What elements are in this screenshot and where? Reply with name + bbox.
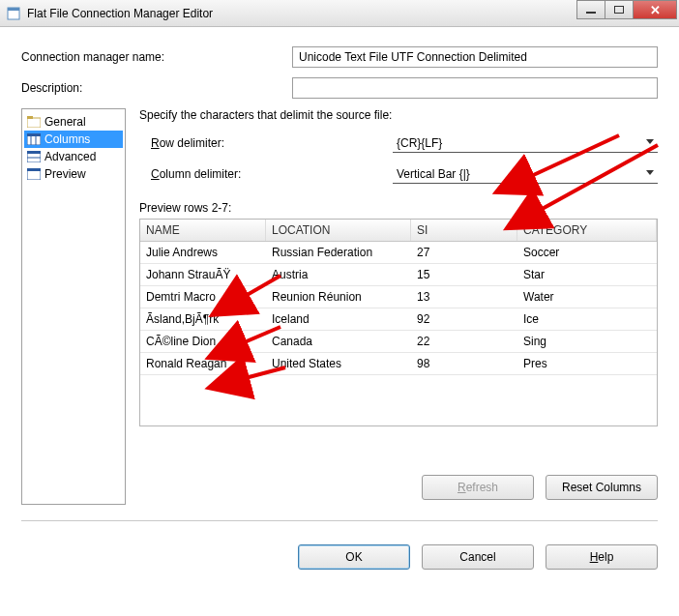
table-body: Julie AndrewsRussian Federation27SoccerJ… <box>140 242 657 375</box>
row-delimiter-select[interactable]: {CR}{LF} <box>393 133 658 153</box>
table-cell: Julie Andrews <box>140 242 266 263</box>
advanced-icon <box>26 150 42 163</box>
table-cell: Iceland <box>266 308 411 330</box>
cancel-button[interactable]: Cancel <box>422 544 534 570</box>
ok-button[interactable]: OK <box>298 544 410 570</box>
svg-rect-7 <box>27 133 41 136</box>
table-cell: Reunion Réunion <box>266 286 411 308</box>
description-label: Description: <box>21 81 292 95</box>
tree-item-label: Advanced <box>44 150 96 163</box>
table-row[interactable]: Demtri MacroReunion Réunion13Water <box>140 286 657 308</box>
columns-icon <box>26 132 42 146</box>
tree-item-label: Columns <box>44 132 90 146</box>
page-icon <box>26 115 42 129</box>
chevron-down-icon <box>646 139 654 144</box>
table-cell: Pres <box>517 353 657 374</box>
svg-rect-3 <box>27 116 33 119</box>
table-cell: Sing <box>517 331 657 352</box>
preview-icon <box>26 167 42 181</box>
tree-item-advanced[interactable]: Advanced <box>24 148 123 165</box>
col-header[interactable]: LOCATION <box>266 220 411 241</box>
tree-item-preview[interactable]: Preview <box>24 165 123 183</box>
tree-item-columns[interactable]: Columns <box>24 131 123 148</box>
chevron-down-icon <box>646 170 654 175</box>
table-cell: 15 <box>411 264 517 285</box>
table-cell: Ãsland,BjÃ¶rk <box>140 308 266 330</box>
table-row[interactable]: Ãsland,BjÃ¶rkIceland92Ice <box>140 308 657 331</box>
window-icon <box>6 6 21 21</box>
table-cell: Soccer <box>517 242 657 263</box>
table-cell: Demtri Macro <box>140 286 266 308</box>
svg-rect-12 <box>27 168 41 171</box>
table-cell: 27 <box>411 242 517 263</box>
preview-label: Preview rows 2-7: <box>139 201 658 215</box>
table-cell: 13 <box>411 286 517 308</box>
row-delimiter-label: Row delimiter: <box>151 136 393 150</box>
close-button[interactable]: ✕ <box>633 0 677 19</box>
svg-rect-2 <box>27 118 41 128</box>
help-button[interactable]: Help <box>546 544 658 570</box>
description-input[interactable] <box>292 77 658 99</box>
tree-item-label: Preview <box>44 167 86 181</box>
table-cell: CÃ©line Dion <box>140 331 266 352</box>
table-row[interactable]: Ronald ReaganUnited States98Pres <box>140 353 657 375</box>
table-row[interactable]: Johann StrauÃŸAustria15Star <box>140 264 657 286</box>
table-cell: 92 <box>411 308 517 330</box>
row-delimiter-value: {CR}{LF} <box>397 136 442 150</box>
table-row[interactable]: Julie AndrewsRussian Federation27Soccer <box>140 242 657 264</box>
table-cell: Canada <box>266 331 411 352</box>
table-cell: Water <box>517 286 657 308</box>
col-header[interactable]: NAME <box>140 220 266 241</box>
table-cell: United States <box>266 353 411 374</box>
column-delimiter-select[interactable]: Vertical Bar {|} <box>393 164 658 184</box>
tree-item-label: General <box>44 115 86 129</box>
table-cell: Johann StrauÃŸ <box>140 264 266 285</box>
table-cell: Star <box>517 264 657 285</box>
table-cell: Austria <box>266 264 411 285</box>
conn-name-label: Connection manager name: <box>21 50 292 64</box>
preview-table: NAME LOCATION SI CATEGORY Julie AndrewsR… <box>139 219 658 426</box>
instruction-text: Specify the characters that delimit the … <box>139 108 658 122</box>
minimize-button[interactable] <box>576 0 605 19</box>
separator <box>21 520 658 521</box>
table-cell: 98 <box>411 353 517 374</box>
nav-tree[interactable]: General Columns Advanced Preview <box>21 108 126 505</box>
table-cell: Russian Federation <box>266 242 411 263</box>
table-header: NAME LOCATION SI CATEGORY <box>140 220 657 242</box>
refresh-button[interactable]: Refresh <box>422 475 534 500</box>
maximize-button[interactable] <box>605 0 634 19</box>
table-cell: Ice <box>517 308 657 330</box>
table-row[interactable]: CÃ©line DionCanada22Sing <box>140 331 657 353</box>
conn-name-input[interactable] <box>292 46 658 68</box>
svg-rect-1 <box>8 8 19 11</box>
tree-item-general[interactable]: General <box>24 113 123 131</box>
col-header[interactable]: SI <box>411 220 517 241</box>
col-header[interactable]: CATEGORY <box>517 220 657 241</box>
reset-columns-button[interactable]: Reset Columns <box>546 475 658 500</box>
title-bar: Flat File Connection Manager Editor ✕ <box>0 0 679 27</box>
table-cell: Ronald Reagan <box>140 353 266 374</box>
column-delimiter-label: Column delimiter: <box>151 167 393 181</box>
column-delimiter-value: Vertical Bar {|} <box>397 167 470 181</box>
svg-rect-9 <box>27 151 41 154</box>
table-cell: 22 <box>411 331 517 352</box>
